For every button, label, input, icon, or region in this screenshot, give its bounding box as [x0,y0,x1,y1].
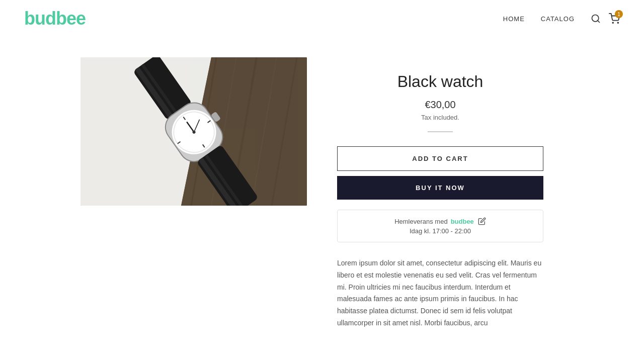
watch-illustration [80,57,307,206]
delivery-text: Hemleverans med budbee [394,218,474,225]
nav-catalog[interactable]: CATALOG [541,15,575,23]
divider [428,131,453,132]
budbee-brand: budbee [451,218,474,225]
nav-home[interactable]: HOME [503,15,525,23]
delivery-header: Hemleverans med budbee [346,217,535,225]
tax-info: Tax included. [421,114,459,121]
buy-now-button[interactable]: BUY IT NOW [337,176,543,200]
nav-icons: 1 [591,13,620,24]
svg-point-3 [617,22,618,23]
product-price: €30,00 [425,99,455,111]
cart-button[interactable]: 1 [609,13,620,24]
search-icon [591,14,601,24]
product-image [80,57,307,206]
product-info: Black watch €30,00 Tax included. ADD TO … [337,57,543,329]
product-title: Black watch [397,72,484,91]
delivery-time: Idag kl. 17:00 - 22:00 [346,227,535,235]
svg-point-2 [612,22,613,23]
product-description: Lorem ipsum dolor sit amet, consectetur … [337,257,543,329]
logo[interactable]: budbee [24,8,86,29]
search-button[interactable] [591,14,601,24]
header: budbee HOME CATALOG 1 [0,0,644,37]
cart-badge: 1 [615,10,623,18]
svg-line-1 [598,21,600,23]
edit-icon [478,217,486,225]
delivery-prefix: Hemleverans med [394,218,448,225]
delivery-box: Hemleverans med budbee Idag kl. 17:00 - … [337,210,543,242]
product-image-container [80,57,307,206]
edit-delivery-button[interactable] [478,217,486,225]
main-content: Black watch €30,00 Tax included. ADD TO … [0,37,644,349]
nav: HOME CATALOG 1 [503,13,620,24]
add-to-cart-button[interactable]: ADD TO CART [337,146,543,171]
